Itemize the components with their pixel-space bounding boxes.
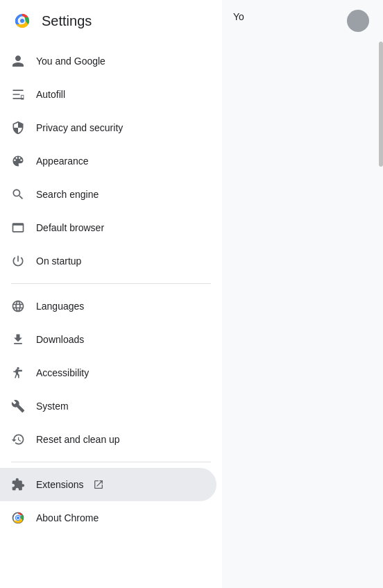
sidebar-item-label: Extensions: [36, 479, 104, 490]
download-icon: [11, 333, 25, 346]
nav-item-extensions[interactable]: Extensions: [0, 468, 216, 501]
sidebar-item-label: System: [36, 401, 69, 412]
nav-item[interactable]: You and Google: [0, 44, 216, 78]
system-icon: [11, 399, 25, 413]
right-panel-preview-text: Yo: [233, 11, 244, 22]
sidebar-item-label: You and Google: [36, 56, 105, 67]
nav-item[interactable]: Languages: [0, 289, 216, 323]
globe-icon: [11, 299, 25, 313]
nav-item[interactable]: On startup: [0, 244, 216, 278]
sidebar: Settings You and Google Autofill Privacy…: [0, 0, 222, 588]
sidebar-item-label: Reset and clean up: [36, 434, 120, 445]
accessibility-icon: [11, 366, 25, 380]
svg-point-9: [17, 516, 19, 519]
search-icon: [11, 187, 25, 201]
sidebar-item-label: On startup: [36, 255, 81, 267]
chrome-logo-icon: [11, 10, 33, 32]
nav-item[interactable]: Privacy and security: [0, 111, 216, 144]
extensions-icon: [11, 478, 25, 492]
person-icon: [11, 54, 25, 68]
nav-item[interactable]: System: [0, 389, 216, 423]
nav-item[interactable]: Autofill: [0, 78, 216, 111]
page-title: Settings: [42, 13, 92, 29]
browser-icon: [11, 221, 25, 235]
svg-point-5: [17, 367, 19, 369]
palette-icon: [11, 154, 25, 168]
divider: [11, 462, 211, 462]
reset-icon: [11, 432, 25, 446]
autofill-icon: [11, 87, 25, 101]
sidebar-item-label: Accessibility: [36, 367, 89, 378]
scrollbar[interactable]: [379, 42, 383, 167]
nav-item[interactable]: Search engine: [0, 178, 216, 211]
sidebar-item-label: Languages: [36, 301, 84, 312]
sidebar-item-label: About Chrome: [36, 512, 99, 523]
external-link-icon: [89, 479, 104, 490]
sidebar-item-label: Privacy and security: [36, 122, 123, 133]
nav-list: You and Google Autofill Privacy and secu…: [0, 42, 222, 588]
nav-item[interactable]: Appearance: [0, 144, 216, 178]
nav-item[interactable]: Downloads: [0, 323, 216, 356]
nav-item[interactable]: Reset and clean up: [0, 423, 216, 456]
about-chrome-icon: [11, 511, 25, 525]
nav-item[interactable]: Default browser: [0, 211, 216, 244]
nav-item[interactable]: Accessibility: [0, 356, 216, 389]
nav-item-about-chrome[interactable]: About Chrome: [0, 501, 216, 535]
sidebar-item-label: Search engine: [36, 189, 99, 200]
avatar[interactable]: [347, 10, 369, 32]
svg-point-4: [20, 19, 24, 23]
sidebar-item-label: Autofill: [36, 89, 65, 100]
right-panel: Yo: [222, 0, 383, 588]
power-icon: [11, 254, 25, 268]
sidebar-item-label: Default browser: [36, 222, 104, 233]
sidebar-item-label: Appearance: [36, 156, 89, 167]
sidebar-item-label: Downloads: [36, 334, 84, 345]
shield-icon: [11, 121, 25, 135]
header: Settings: [0, 0, 222, 42]
divider: [11, 283, 211, 284]
